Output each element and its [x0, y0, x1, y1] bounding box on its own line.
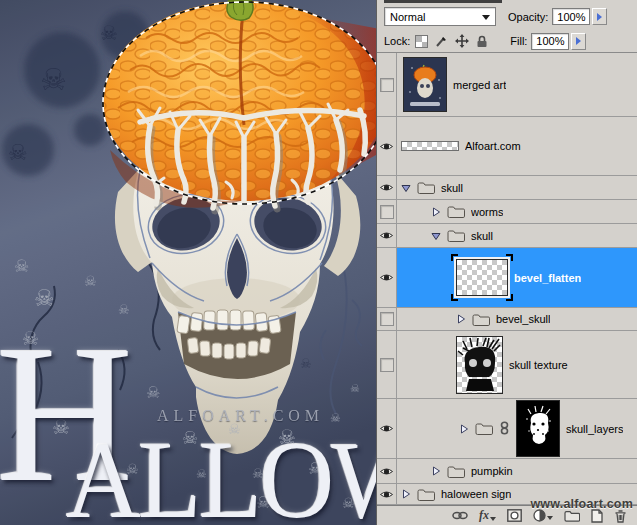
fill-label: Fill: — [510, 35, 527, 47]
eye-icon — [379, 141, 394, 152]
layer-thumbnail[interactable] — [401, 141, 459, 151]
lock-all-icon[interactable] — [476, 35, 488, 48]
skull-texture-preview — [457, 337, 502, 393]
layer-row-merged-art[interactable]: merged art — [377, 53, 637, 117]
arrow-right-icon — [597, 13, 602, 21]
svg-text:☠: ☠ — [146, 383, 160, 402]
layer-list: merged art Alfoart.com — [377, 53, 637, 505]
merged-art-preview — [404, 58, 446, 111]
mask-link-icon[interactable] — [499, 421, 510, 437]
document-canvas[interactable]: ☠☠ ☠☠ — [0, 0, 376, 525]
collapse-triangle-icon[interactable] — [431, 231, 441, 241]
photoshop-workspace: ☠☠ ☠☠ — [0, 0, 637, 525]
lock-transparency-icon[interactable] — [415, 35, 428, 48]
svg-text:☠: ☠ — [14, 256, 29, 276]
eye-icon — [379, 423, 394, 434]
visibility-toggle[interactable] — [377, 399, 397, 458]
eye-icon — [379, 489, 394, 500]
expand-triangle-icon[interactable] — [431, 466, 441, 476]
expand-triangle-icon[interactable] — [431, 207, 441, 217]
opacity-value: 100% — [557, 11, 585, 23]
folder-icon — [447, 465, 465, 478]
visibility-toggle[interactable] — [377, 117, 397, 175]
layer-thumbnail[interactable] — [456, 259, 508, 296]
visibility-toggle[interactable] — [377, 248, 397, 307]
group-name[interactable]: worms — [471, 206, 503, 218]
group-name[interactable]: skull_layers — [566, 423, 623, 435]
layer-name[interactable]: merged art — [453, 79, 506, 91]
fill-input[interactable]: 100% — [531, 33, 569, 50]
group-row-worms[interactable]: worms — [377, 200, 637, 224]
layer-row-skull-texture[interactable]: skull texture — [377, 331, 637, 399]
layer-mask-thumbnail[interactable] — [516, 400, 560, 457]
opacity-label: Opacity: — [508, 11, 548, 23]
panel-watermark-text: www.alfoart.com — [530, 497, 633, 511]
fill-value: 100% — [536, 35, 564, 47]
group-row-skull-sub[interactable]: skull — [377, 224, 637, 248]
group-row-pumpkin[interactable]: pumpkin — [377, 459, 637, 484]
layers-tab-edge[interactable] — [384, 0, 502, 3]
blend-mode-value: Normal — [390, 11, 425, 23]
visibility-toggle[interactable] — [377, 459, 397, 483]
collapse-triangle-icon[interactable] — [401, 183, 411, 193]
new-group-button[interactable] — [564, 510, 580, 522]
layer-row-bevel-flatten[interactable]: bevel_flatten — [377, 248, 637, 308]
expand-triangle-icon[interactable] — [459, 424, 469, 434]
group-name[interactable]: skull — [441, 182, 463, 194]
layer-thumbnail[interactable] — [456, 336, 503, 394]
group-name[interactable]: skull — [471, 230, 493, 242]
halloween-sign-text: ALLOWE — [66, 425, 376, 525]
svg-text:☠: ☠ — [300, 356, 312, 371]
folder-icon — [475, 422, 493, 435]
layers-panel: Normal Opacity: 100% Lock: — [376, 0, 637, 525]
visibility-toggle[interactable] — [377, 331, 397, 398]
visibility-empty-box — [380, 358, 394, 372]
layers-panel-bottom-bar: www.alfoart.com fx — [377, 505, 637, 525]
group-row-bevel-skull[interactable]: bevel_skull — [377, 308, 637, 331]
link-layers-button[interactable] — [452, 511, 468, 520]
group-name[interactable]: haloween sign — [441, 488, 511, 500]
group-row-skull-layers[interactable]: skull_layers — [377, 399, 637, 459]
visibility-empty-box — [380, 205, 394, 219]
opacity-input[interactable]: 100% — [552, 8, 590, 25]
opacity-slider-button[interactable] — [592, 8, 607, 25]
blend-mode-select[interactable]: Normal — [384, 7, 496, 26]
expand-triangle-icon[interactable] — [401, 489, 411, 499]
eye-icon — [379, 182, 394, 193]
layer-name[interactable]: skull texture — [509, 359, 568, 371]
group-name[interactable]: pumpkin — [471, 465, 513, 477]
folder-icon — [417, 181, 435, 194]
fill-slider-button[interactable] — [571, 33, 586, 50]
folder-icon — [472, 313, 490, 326]
folder-icon — [417, 488, 435, 501]
layer-row-alfoart[interactable]: Alfoart.com — [377, 117, 637, 176]
layer-style-button[interactable]: fx — [479, 508, 496, 523]
expand-triangle-icon[interactable] — [456, 314, 466, 324]
svg-text:☠: ☠ — [350, 382, 360, 395]
layer-name[interactable]: Alfoart.com — [465, 140, 521, 152]
eye-icon — [379, 230, 394, 241]
visibility-toggle[interactable] — [377, 484, 397, 504]
mask-preview — [517, 401, 559, 456]
group-name[interactable]: bevel_skull — [496, 313, 550, 325]
visibility-toggle[interactable] — [377, 53, 397, 116]
group-row-skull[interactable]: skull — [377, 176, 637, 200]
visibility-toggle[interactable] — [377, 308, 397, 330]
layer-name[interactable]: bevel_flatten — [514, 272, 581, 284]
add-layer-mask-button[interactable] — [507, 509, 522, 522]
visibility-toggle[interactable] — [377, 224, 397, 247]
selection-corner-mark — [506, 294, 513, 301]
layer-thumbnail[interactable] — [403, 57, 447, 112]
selection-corner-mark — [451, 294, 458, 301]
lock-paint-brush-icon[interactable] — [435, 35, 448, 48]
chevron-down-icon — [547, 516, 553, 520]
visibility-toggle[interactable] — [377, 200, 397, 223]
svg-text:☠: ☠ — [40, 62, 67, 97]
eye-icon — [379, 466, 394, 477]
blend-mode-row: Normal Opacity: 100% — [377, 0, 637, 30]
lock-row: Lock: Fill: — [377, 30, 637, 53]
visibility-toggle[interactable] — [377, 176, 397, 199]
visibility-empty-box — [380, 78, 394, 92]
lock-move-icon[interactable] — [455, 34, 469, 48]
folder-icon — [447, 205, 465, 218]
